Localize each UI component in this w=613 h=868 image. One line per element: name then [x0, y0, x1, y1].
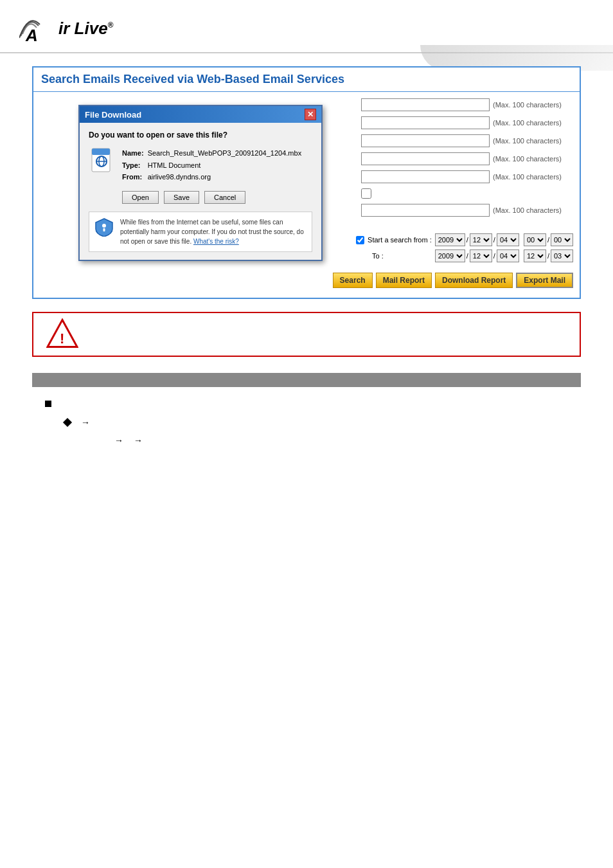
page-header: A ir Live® [0, 0, 613, 53]
file-type-value: HTML Document [148, 159, 302, 172]
date-end-row: To : 2009 / 12 / 04 12 [356, 249, 573, 262]
form-max-label-6: (Max. 100 characters) [493, 206, 562, 214]
file-type-label: Type: [122, 159, 148, 172]
whats-risk-link[interactable]: What's the risk? [193, 238, 239, 245]
svg-text:A: A [25, 26, 38, 44]
dialog-titlebar: File Download ✕ [80, 106, 321, 123]
svg-rect-2 [92, 149, 110, 155]
form-max-label-4: (Max. 100 characters) [493, 155, 562, 163]
main-content: Search Emails Received via Web-Based Ema… [0, 60, 613, 458]
dialog-open-button[interactable]: Open [122, 191, 159, 204]
warning-triangle-icon: ! [46, 318, 78, 352]
start-month-select[interactable]: 12 [470, 233, 492, 246]
form-max-label-3: (Max. 100 characters) [493, 137, 562, 145]
start-hour-select[interactable]: 00 [524, 233, 546, 246]
security-shield-icon [94, 217, 114, 237]
dialog-warning-section: While files from the Internet can be use… [89, 212, 312, 252]
end-month-select[interactable]: 12 [470, 249, 492, 262]
file-from-value: airlive98.dyndns.org [148, 171, 302, 183]
body-bullet-line [45, 397, 568, 410]
dialog-warning-text: While files from the Internet can be use… [120, 217, 306, 246]
start-day-select[interactable]: 04 [497, 233, 519, 246]
form-max-label-2: (Max. 100 characters) [493, 119, 562, 127]
arrow-icon-1: → [81, 415, 90, 429]
form-fields: (Max. 100 characters) (Max. 100 characte… [361, 98, 567, 222]
dialog-file-details: Name: Search_Result_WebPOP3_20091204_120… [122, 147, 301, 183]
start-search-label: Start a search from : [368, 236, 432, 244]
arrow-icon-3: → [134, 433, 143, 448]
start-min-select[interactable]: 00 [551, 233, 573, 246]
form-row-1: (Max. 100 characters) [361, 98, 567, 111]
form-input-4[interactable] [361, 152, 490, 165]
section-divider [32, 373, 581, 387]
start-year-select[interactable]: 2009 [435, 233, 465, 246]
form-input-2[interactable] [361, 116, 490, 129]
search-panel-body: File Download ✕ Do you want to open or s… [33, 92, 580, 298]
file-name-value: Search_Result_WebPOP3_20091204_1204.mbx [148, 147, 302, 159]
dialog-question: Do you want to open or save this file? [89, 131, 312, 140]
action-buttons-row: Search Mail Report Download Report Expor… [333, 273, 573, 288]
arrow-icon-2: → [114, 433, 123, 448]
form-max-label-1: (Max. 100 characters) [493, 101, 562, 109]
mail-report-button[interactable]: Mail Report [376, 273, 432, 288]
dialog-buttons: Open Save Cancel [89, 191, 312, 204]
end-min-select[interactable]: 03 [551, 249, 573, 262]
search-button[interactable]: Search [333, 273, 373, 288]
body-section: → → → [32, 397, 581, 448]
form-row-6: (Max. 100 characters) [361, 204, 567, 217]
date-range-section: Start a search from : 2009 / 12 / 04 00 [356, 233, 573, 266]
end-year-select[interactable]: 2009 [435, 249, 465, 262]
dialog-title: File Download [85, 110, 141, 120]
form-row-2: (Max. 100 characters) [361, 116, 567, 129]
svg-text:!: ! [60, 330, 64, 347]
search-panel-title: Search Emails Received via Web-Based Ema… [33, 68, 580, 92]
logo-brand-text: ir Live® [58, 19, 113, 39]
file-name-label: Name: [122, 147, 148, 159]
logo-container: A ir Live® [19, 12, 594, 46]
svg-rect-7 [103, 228, 105, 231]
warning-box: ! [32, 312, 581, 357]
to-label: To : [372, 252, 384, 260]
dialog-cancel-button[interactable]: Cancel [204, 191, 245, 204]
form-row-checkbox [361, 188, 567, 199]
dialog-close-button[interactable]: ✕ [305, 109, 316, 120]
body-indent-line-1: → [64, 415, 568, 429]
form-row-3: (Max. 100 characters) [361, 134, 567, 147]
diamond-icon-1 [63, 418, 72, 427]
search-panel: Search Emails Received via Web-Based Ema… [32, 66, 581, 299]
body-indent-line-2: → → [109, 433, 568, 448]
file-type-icon [89, 147, 114, 173]
dialog-save-button[interactable]: Save [164, 191, 199, 204]
download-report-button[interactable]: Download Report [435, 273, 513, 288]
dialog-body: Do you want to open or save this file? [80, 123, 321, 260]
form-row-5: (Max. 100 characters) [361, 170, 567, 183]
dialog-box: File Download ✕ Do you want to open or s… [78, 105, 323, 261]
end-hour-select[interactable]: 12 [524, 249, 546, 262]
logo-signal-icon: A [19, 12, 55, 46]
file-download-dialog: File Download ✕ Do you want to open or s… [78, 105, 323, 261]
extra-checkbox[interactable] [361, 188, 371, 199]
form-row-4: (Max. 100 characters) [361, 152, 567, 165]
dialog-file-info: Name: Search_Result_WebPOP3_20091204_120… [89, 147, 312, 183]
end-day-select[interactable]: 04 [497, 249, 519, 262]
svg-point-6 [102, 224, 106, 228]
form-input-5[interactable] [361, 170, 490, 183]
form-input-1[interactable] [361, 98, 490, 111]
date-start-row: Start a search from : 2009 / 12 / 04 00 [356, 233, 573, 246]
bullet-square-icon [45, 401, 51, 407]
form-input-3[interactable] [361, 134, 490, 147]
file-from-label: From: [122, 171, 148, 183]
export-mail-button[interactable]: Export Mail [516, 273, 573, 288]
form-input-6[interactable] [361, 204, 490, 217]
date-range-checkbox[interactable] [356, 236, 364, 244]
form-max-label-5: (Max. 100 characters) [493, 173, 562, 181]
